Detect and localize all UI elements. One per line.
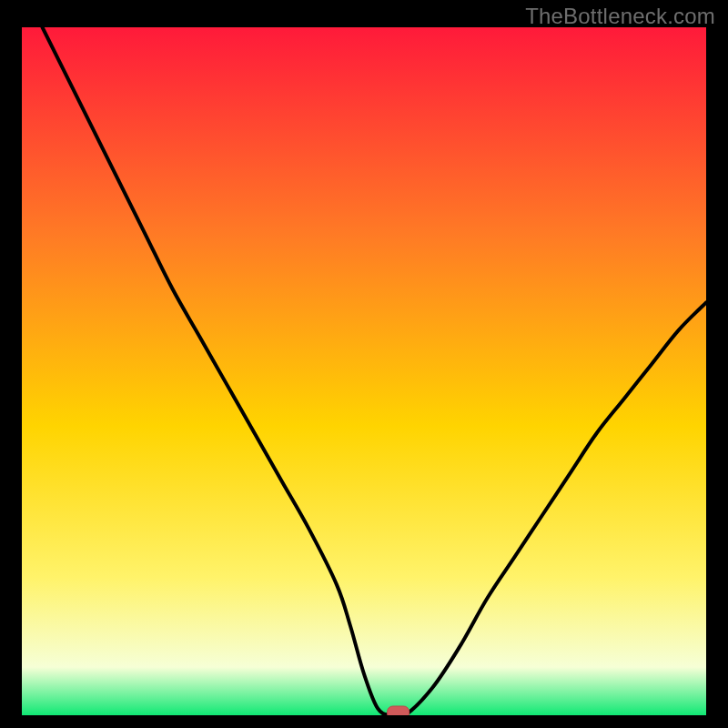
gradient-background [22, 27, 706, 715]
optimal-point-marker [388, 706, 410, 715]
chart-frame: TheBottleneck.com [0, 0, 728, 728]
plot-area [22, 27, 706, 715]
watermark-text: TheBottleneck.com [525, 4, 715, 29]
bottleneck-chart-svg [22, 27, 706, 715]
